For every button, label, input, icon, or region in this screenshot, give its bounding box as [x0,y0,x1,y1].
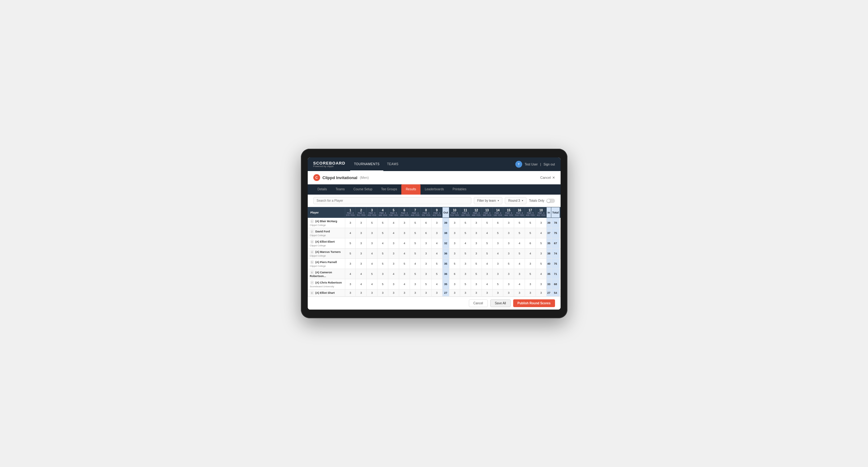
tab-results[interactable]: Results [401,184,420,195]
sign-out-link[interactable]: Sign out [544,163,555,166]
tab-teams[interactable]: Teams [331,184,349,195]
hole-1-score[interactable]: 3 [345,259,356,269]
hole-7-score[interactable]: 3 [410,279,421,289]
hole-13-score[interactable]: 4 [482,279,492,289]
hole-3-score[interactable]: 4 [367,249,377,259]
hole-12-score[interactable]: 3 [471,249,482,259]
hole-17-score[interactable]: 5 [525,228,536,238]
hole-16-score[interactable]: 4 [514,279,525,289]
hole-10-score[interactable]: 3 [450,218,460,228]
footer-cancel-button[interactable]: Cancel [469,299,488,307]
hole-15-score[interactable]: 3 [503,269,514,279]
hole-11-score[interactable]: 5 [460,249,471,259]
hole-18-score[interactable]: 4 [536,228,547,238]
hole-5-score[interactable]: 4 [388,218,399,228]
hole-12-score[interactable]: 3 [471,279,482,289]
hole-17-score[interactable]: 3 [525,289,536,297]
hole-11-score[interactable]: 5 [460,279,471,289]
hole-6-score[interactable]: 4 [399,249,410,259]
hole-14-score[interactable]: 4 [492,249,503,259]
hole-17-score[interactable]: 5 [525,269,536,279]
hole-16-score[interactable]: 3 [514,269,525,279]
hole-13-score[interactable]: 5 [482,218,492,228]
hole-2-score[interactable]: 3 [356,289,367,297]
hole-8-score[interactable]: 3 [421,238,431,249]
hole-2-score[interactable]: 4 [356,279,367,289]
hole-8-score[interactable]: 3 [421,259,431,269]
hole-11-score[interactable]: 3 [460,259,471,269]
save-all-button[interactable]: Save All [490,299,511,307]
tab-leaderboards[interactable]: Leaderboards [421,184,448,195]
tab-course-setup[interactable]: Course Setup [349,184,377,195]
hole-12-score[interactable]: 3 [471,238,482,249]
hole-8-score[interactable]: 3 [421,249,431,259]
hole-15-score[interactable]: 5 [503,259,514,269]
hole-12-score[interactable]: 3 [471,289,482,297]
hole-12-score[interactable]: 3 [471,228,482,238]
hole-18-score[interactable]: 4 [536,269,547,279]
hole-2-score[interactable]: 3 [356,218,367,228]
hole-5-score[interactable]: 3 [388,249,399,259]
hole-7-score[interactable]: 3 [410,289,421,297]
hole-1-score[interactable]: 3 [345,289,356,297]
hole-6-score[interactable]: 3 [399,218,410,228]
hole-13-score[interactable]: 3 [482,289,492,297]
hole-16-score[interactable]: 3 [514,289,525,297]
hole-14-score[interactable]: 5 [492,228,503,238]
hole-3-score[interactable]: 4 [367,259,377,269]
hole-17-score[interactable]: 3 [525,279,536,289]
hole-17-score[interactable]: 3 [525,259,536,269]
hole-11-score[interactable]: 4 [460,238,471,249]
hole-16-score[interactable]: 4 [514,238,525,249]
hole-6-score[interactable]: 4 [399,238,410,249]
hole-7-score[interactable]: 4 [410,259,421,269]
hole-9-score[interactable]: 5 [431,259,442,269]
hole-9-score[interactable]: 3 [431,218,442,228]
hole-10-score[interactable]: 5 [450,259,460,269]
hole-15-score[interactable]: 3 [503,218,514,228]
hole-4-score[interactable]: 5 [377,249,388,259]
hole-15-score[interactable]: 3 [503,238,514,249]
hole-10-score[interactable]: 3 [450,238,460,249]
hole-18-score[interactable]: 3 [536,289,547,297]
hole-18-score[interactable]: 3 [536,249,547,259]
hole-16-score[interactable]: 5 [514,218,525,228]
hole-8-score[interactable]: 6 [421,228,431,238]
hole-9-score[interactable]: 4 [431,249,442,259]
round-select[interactable]: Round 3 ▾ [505,197,527,204]
hole-13-score[interactable]: 5 [482,249,492,259]
hole-10-score[interactable]: 6 [450,269,460,279]
cancel-tournament-btn[interactable]: Cancel ✕ [540,176,555,180]
hole-17-score[interactable]: 6 [525,238,536,249]
hole-7-score[interactable]: 5 [410,238,421,249]
hole-11-score[interactable]: 3 [460,269,471,279]
hole-17-score[interactable]: 5 [525,218,536,228]
hole-9-score[interactable]: 3 [431,289,442,297]
hole-8-score[interactable]: 5 [421,279,431,289]
hole-9-score[interactable]: 4 [431,279,442,289]
hole-11-score[interactable]: 5 [460,218,471,228]
hole-13-score[interactable]: 3 [482,269,492,279]
hole-8-score[interactable]: 3 [421,289,431,297]
hole-10-score[interactable]: 3 [450,228,460,238]
hole-6-score[interactable]: 5 [399,259,410,269]
hole-14-score[interactable]: 3 [492,259,503,269]
hole-1-score[interactable]: 3 [345,218,356,228]
hole-2-score[interactable]: 3 [356,238,367,249]
totals-only-toggle[interactable]: Totals Only [529,199,555,203]
hole-12-score[interactable]: 5 [471,269,482,279]
hole-1-score[interactable]: 4 [345,269,356,279]
hole-4-score[interactable]: 4 [377,238,388,249]
hole-11-score[interactable]: 3 [460,289,471,297]
hole-4-score[interactable]: 5 [377,279,388,289]
hole-3-score[interactable]: 5 [367,269,377,279]
hole-4-score[interactable]: 5 [377,228,388,238]
hole-4-score[interactable]: 5 [377,259,388,269]
nav-teams[interactable]: TEAMS [383,157,402,171]
hole-13-score[interactable]: 5 [482,238,492,249]
hole-8-score[interactable]: 3 [421,269,431,279]
hole-13-score[interactable]: 4 [482,228,492,238]
hole-16-score[interactable]: 5 [514,228,525,238]
hole-12-score[interactable]: 5 [471,259,482,269]
hole-6-score[interactable]: 4 [399,279,410,289]
